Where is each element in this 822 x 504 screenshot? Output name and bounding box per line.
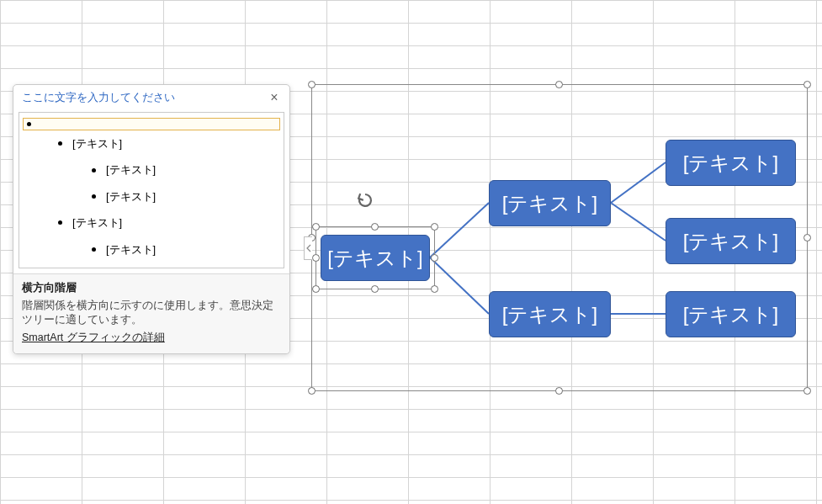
- node-selection-frame: [316, 226, 435, 289]
- node-handle-s[interactable]: [371, 285, 379, 293]
- canvas-handle-n[interactable]: [555, 81, 563, 88]
- svg-line-1: [430, 257, 489, 314]
- bullet-icon: [92, 247, 96, 252]
- canvas-handle-ne[interactable]: [803, 81, 811, 88]
- node-handle-nw[interactable]: [312, 223, 320, 231]
- svg-line-2: [611, 162, 666, 203]
- outline-item-text: [テキスト]: [72, 213, 122, 232]
- outline-item-text: [テキスト]: [72, 134, 122, 153]
- smartart-details-link[interactable]: SmartArt グラフィックの詳細: [22, 331, 165, 345]
- outline-item-1[interactable]: [テキスト]: [23, 130, 280, 157]
- outline-item-4[interactable]: [テキスト]: [23, 210, 280, 236]
- outline-item-text: [テキスト]: [106, 187, 156, 206]
- node-leaf-1[interactable]: [テキスト]: [666, 140, 796, 186]
- outline-item-0[interactable]: [23, 118, 280, 130]
- node-leaf-3[interactable]: [テキスト]: [666, 291, 796, 337]
- bullet-icon: [58, 141, 62, 146]
- text-pane-description: 横方向階層 階層関係を横方向に示すのに使用します。意思決定ツリーに適しています。…: [13, 273, 289, 353]
- node-handle-w[interactable]: [312, 254, 320, 262]
- bullet-icon: [27, 122, 31, 126]
- canvas-handle-sw[interactable]: [308, 387, 316, 395]
- canvas-handle-e[interactable]: [803, 234, 811, 241]
- canvas-handle-nw[interactable]: [308, 81, 316, 88]
- bullet-icon: [92, 168, 96, 172]
- node-handle-ne[interactable]: [431, 223, 438, 231]
- outline-item-3[interactable]: [テキスト]: [23, 183, 280, 210]
- node-handle-se[interactable]: [431, 285, 438, 293]
- text-pane-prompt: ここに文字を入力してください: [22, 90, 175, 105]
- node-child-2[interactable]: [テキスト]: [489, 291, 611, 337]
- smartart-text-pane[interactable]: ここに文字を入力してください × [テキスト][テキスト][テキスト][テキスト…: [13, 84, 290, 354]
- text-pane-list[interactable]: [テキスト][テキスト][テキスト][テキスト][テキスト]: [19, 112, 284, 268]
- close-icon[interactable]: ×: [268, 91, 281, 104]
- canvas-handle-se[interactable]: [803, 387, 811, 395]
- layout-description-body: 階層関係を横方向に示すのに使用します。意思決定ツリーに適しています。: [22, 299, 281, 327]
- bullet-icon: [58, 220, 62, 225]
- svg-line-3: [611, 203, 666, 241]
- outline-item-text: [テキスト]: [106, 240, 156, 259]
- node-handle-e[interactable]: [431, 254, 438, 262]
- outline-item-5[interactable]: [テキスト]: [23, 236, 280, 263]
- node-child-1[interactable]: [テキスト]: [489, 180, 611, 226]
- svg-line-0: [430, 203, 489, 257]
- bullet-icon: [92, 194, 96, 199]
- outline-item-2[interactable]: [テキスト]: [23, 157, 280, 183]
- canvas-handle-s[interactable]: [555, 387, 563, 395]
- rotate-icon[interactable]: [356, 191, 374, 210]
- layout-name: 横方向階層: [22, 281, 281, 295]
- smartart-canvas[interactable]: [テキスト] [テキスト] [テキスト] [テキスト] [テキスト] [テキスト…: [311, 84, 808, 391]
- text-pane-header: ここに文字を入力してください ×: [13, 85, 289, 109]
- text-pane-toggle-tab[interactable]: [304, 236, 312, 260]
- node-leaf-2[interactable]: [テキスト]: [666, 218, 796, 264]
- node-handle-sw[interactable]: [312, 285, 320, 293]
- node-handle-n[interactable]: [371, 223, 379, 231]
- outline-item-text: [テキスト]: [106, 160, 156, 179]
